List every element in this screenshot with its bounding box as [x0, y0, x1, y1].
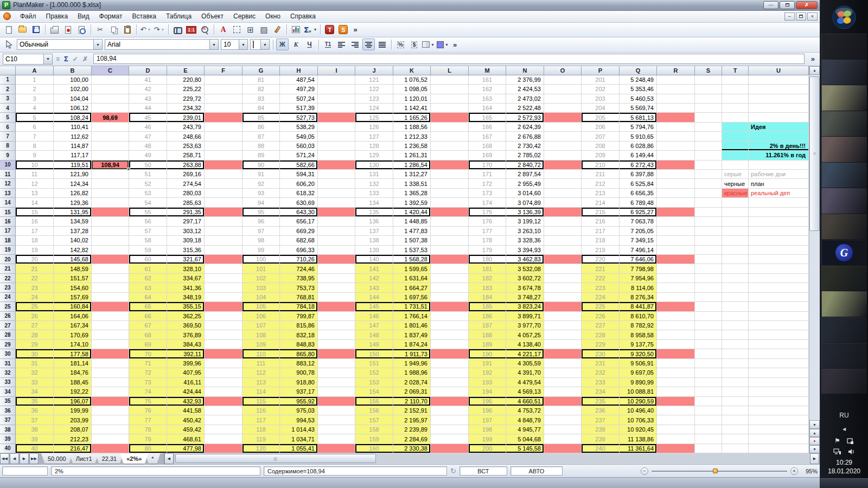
cell-K27[interactable]: 1 801,46	[393, 321, 431, 330]
cell-C3[interactable]	[92, 94, 129, 104]
cell-K37[interactable]: 2 195,97	[393, 415, 431, 425]
cell-J13[interactable]: 133	[355, 189, 393, 198]
cell-S5[interactable]	[695, 113, 722, 122]
cell-G14[interactable]: 94	[242, 198, 280, 207]
cell-U33[interactable]	[749, 378, 809, 387]
cell-U6[interactable]: Идея	[749, 123, 809, 132]
cell-D13[interactable]: 53	[129, 189, 167, 198]
cell-B35[interactable]: 196,07	[54, 397, 92, 406]
cell-J9[interactable]: 129	[355, 151, 393, 160]
cell-O6[interactable]	[544, 123, 582, 132]
cell-A32[interactable]: 32	[16, 368, 54, 377]
taskbar-app-button-11[interactable]	[821, 317, 867, 343]
cell-F6[interactable]	[205, 123, 242, 132]
cell-U19[interactable]	[749, 246, 809, 255]
cell-J32[interactable]: 152	[355, 368, 393, 377]
cell-P20[interactable]: 220	[582, 255, 620, 264]
cell-Q13[interactable]: 6 656,35	[620, 189, 657, 198]
cell-M7[interactable]: 167	[469, 132, 506, 141]
cell-M39[interactable]: 199	[469, 434, 506, 444]
cell-B3[interactable]: 104,04	[54, 94, 92, 104]
cell-E14[interactable]: 285,63	[167, 198, 205, 207]
cell-D6[interactable]: 46	[129, 123, 167, 132]
cell-R2[interactable]	[657, 85, 695, 94]
cell-C34[interactable]	[92, 387, 129, 396]
cell-M31[interactable]: 191	[469, 359, 506, 368]
cell-C26[interactable]	[92, 312, 129, 321]
cell-N19[interactable]: 3 394,93	[506, 246, 544, 255]
cell-J30[interactable]: 150	[355, 349, 393, 358]
cell-Q11[interactable]: 6 397,88	[620, 170, 657, 179]
taskbar-app-button-13[interactable]	[821, 369, 867, 394]
cell-M22[interactable]: 182	[469, 274, 506, 283]
cell-U20[interactable]	[749, 255, 809, 264]
cell-G35[interactable]: 115	[242, 397, 280, 406]
language-indicator[interactable]: RU	[839, 412, 848, 419]
cell-J27[interactable]: 147	[355, 321, 393, 330]
cell-K21[interactable]: 1 599,65	[393, 264, 431, 273]
taskbar-app-button-8[interactable]: G	[821, 240, 867, 265]
cell-K31[interactable]: 1 949,96	[393, 359, 431, 368]
cell-K11[interactable]: 1 312,27	[393, 170, 431, 179]
cell-K8[interactable]: 1 236,58	[393, 142, 431, 151]
cell-J20[interactable]: 140	[355, 255, 393, 264]
cell-B26[interactable]: 164,06	[54, 312, 92, 321]
taskbar-app-button-12[interactable]	[821, 343, 867, 368]
cell-U7[interactable]	[749, 132, 809, 141]
cell-K34[interactable]: 2 069,31	[393, 387, 431, 396]
cell-K15[interactable]: 1 420,44	[393, 208, 431, 217]
cell-B34[interactable]: 192,22	[54, 387, 92, 396]
cell-A23[interactable]: 23	[16, 283, 54, 292]
cell-J22[interactable]: 142	[355, 274, 393, 283]
cell-F24[interactable]	[205, 293, 242, 302]
cell-Q8[interactable]: 6 028,86	[620, 142, 657, 151]
cell-Q20[interactable]: 7 646,06	[620, 255, 657, 264]
cell-J1[interactable]: 121	[355, 75, 393, 85]
cell-H2[interactable]: 497,29	[280, 85, 318, 94]
column-header-E[interactable]: E	[167, 66, 205, 75]
cell-G38[interactable]: 118	[242, 425, 280, 434]
taskbar-app-button-10[interactable]	[821, 291, 867, 317]
column-header-O[interactable]: O	[544, 66, 582, 75]
cell-L7[interactable]	[431, 132, 469, 141]
cell-P21[interactable]: 221	[582, 264, 620, 273]
cell-P4[interactable]: 204	[582, 104, 620, 113]
cell-S32[interactable]	[695, 368, 722, 377]
edit-line-icon[interactable]: ≡	[56, 55, 60, 63]
cell-G4[interactable]: 84	[242, 104, 280, 113]
menu-item-3[interactable]: Формат	[94, 11, 127, 21]
cell-F5[interactable]	[205, 113, 242, 122]
cell-T8[interactable]	[722, 142, 749, 151]
column-header-P[interactable]: P	[582, 66, 620, 75]
cell-Q6[interactable]: 5 794,76	[620, 123, 657, 132]
cell-D17[interactable]: 57	[129, 227, 167, 236]
cell-B10[interactable]: 119,51	[54, 160, 92, 170]
cell-S29[interactable]	[695, 340, 722, 349]
print-button[interactable]	[48, 24, 61, 36]
menu-item-5[interactable]: Таблица	[161, 11, 196, 21]
cell-P38[interactable]: 238	[582, 425, 620, 434]
cell-S22[interactable]	[695, 274, 722, 283]
column-header-F[interactable]: F	[205, 66, 242, 75]
cell-N13[interactable]: 3 014,60	[506, 189, 544, 198]
cell-T14[interactable]	[722, 198, 749, 207]
cell-U22[interactable]	[749, 274, 809, 283]
cell-O25[interactable]	[544, 302, 582, 311]
cell-S1[interactable]	[695, 75, 722, 85]
cell-C40[interactable]	[92, 444, 129, 453]
cell-S24[interactable]	[695, 293, 722, 302]
cell-P17[interactable]: 217	[582, 227, 620, 236]
cell-A13[interactable]: 13	[16, 189, 54, 198]
cell-Q5[interactable]: 5 681,13	[620, 113, 657, 122]
cell-R23[interactable]	[657, 283, 695, 292]
row-header-23[interactable]: 23	[0, 283, 16, 292]
cell-T32[interactable]	[722, 368, 749, 377]
cell-U34[interactable]	[749, 387, 809, 396]
cell-K2[interactable]: 1 098,05	[393, 85, 431, 94]
cell-L11[interactable]	[431, 170, 469, 179]
cell-I40[interactable]	[318, 444, 355, 453]
cell-D37[interactable]: 77	[129, 415, 167, 425]
cell-J26[interactable]: 146	[355, 312, 393, 321]
cell-T1[interactable]	[722, 75, 749, 85]
cell-S20[interactable]	[695, 255, 722, 264]
